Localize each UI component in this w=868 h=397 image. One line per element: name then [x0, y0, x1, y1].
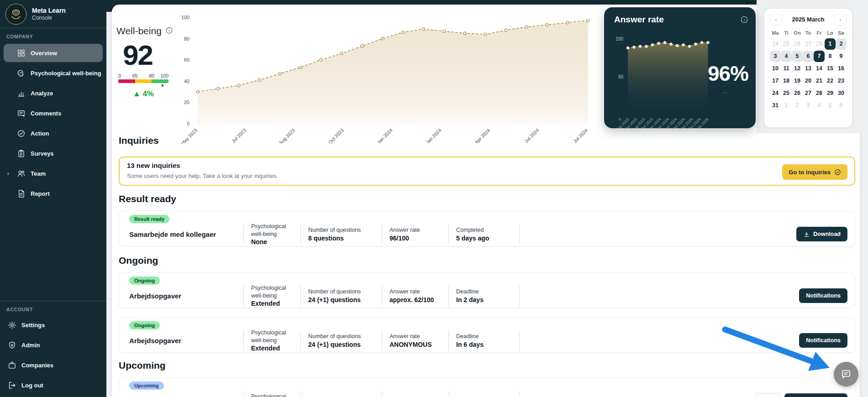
- calendar-day[interactable]: 26: [792, 38, 803, 50]
- sidebar-item-admin[interactable]: Admin: [4, 336, 103, 354]
- sidebar-item-label: Report: [31, 190, 50, 197]
- sidebar-item-log-out[interactable]: Log out: [4, 376, 103, 394]
- calendar-day[interactable]: 28: [814, 88, 825, 99]
- sidebar-item-label: Settings: [21, 322, 45, 329]
- calendar-day[interactable]: 23: [836, 75, 847, 87]
- column-label: Psychological well-being: [251, 284, 293, 299]
- calendar-next-button[interactable]: ›: [834, 13, 847, 26]
- calendar-day[interactable]: 25: [781, 88, 792, 99]
- chevron-right-icon[interactable]: ›: [7, 171, 9, 176]
- calendar-day[interactable]: 1: [781, 100, 792, 111]
- calendar-day[interactable]: 4: [814, 100, 825, 111]
- calendar-day[interactable]: 27: [803, 38, 814, 50]
- ongoing-heading: Ongoing: [119, 255, 158, 266]
- go-to-inquiries-button[interactable]: Go to inquiries: [782, 164, 847, 180]
- calendar-day[interactable]: 3: [803, 100, 814, 111]
- download-icon: [803, 231, 810, 238]
- calendar-day[interactable]: 31: [770, 100, 781, 111]
- calendar-day[interactable]: 7: [814, 51, 825, 62]
- sidebar-item-analyze[interactable]: Analyze: [4, 84, 103, 102]
- calendar-day[interactable]: 18: [781, 75, 792, 87]
- column-label: Deadline: [456, 288, 512, 295]
- wellbeing-title: Well-being: [116, 26, 162, 37]
- calendar-day[interactable]: 24: [770, 38, 781, 50]
- notifications-button[interactable]: Notifications: [799, 288, 847, 303]
- calendar-day[interactable]: 2: [792, 100, 803, 111]
- calendar-day[interactable]: 6: [836, 100, 847, 111]
- calendar-day[interactable]: 3: [770, 51, 781, 62]
- svg-text:20: 20: [184, 99, 189, 105]
- column-value: In 2 days: [456, 296, 512, 303]
- calendar-day[interactable]: 30: [836, 88, 847, 99]
- calendar-day[interactable]: 17: [770, 75, 781, 87]
- chat-button[interactable]: [834, 362, 858, 387]
- sidebar-divider: [0, 28, 106, 28]
- column-value: approx. 62/100: [389, 296, 441, 303]
- calendar-day[interactable]: 10: [770, 63, 781, 74]
- calendar-day[interactable]: 4: [781, 51, 792, 62]
- calendar-day[interactable]: 5: [825, 100, 836, 111]
- calendar-day[interactable]: 1: [825, 38, 836, 50]
- the-questionnaire-button[interactable]: The questionnaire: [784, 393, 847, 397]
- calendar-day[interactable]: 28: [814, 38, 825, 50]
- sidebar-item-overview[interactable]: Overview: [4, 44, 103, 62]
- calendar-day[interactable]: 6: [803, 51, 814, 62]
- calendar-day[interactable]: 20: [803, 75, 814, 87]
- scale-tick: 100: [160, 73, 168, 78]
- sidebar-item-action[interactable]: Action: [4, 124, 103, 142]
- sidebar-item-label: Log out: [21, 382, 43, 389]
- svg-text:100: 100: [615, 37, 623, 42]
- calendar-day[interactable]: 8: [825, 51, 836, 62]
- sidebar-item-companies[interactable]: Companies: [4, 356, 103, 374]
- calendar-day[interactable]: 22: [825, 75, 836, 87]
- head-chat-icon: [16, 68, 26, 78]
- download-button[interactable]: Download: [796, 227, 847, 241]
- survey-col-answer-rate: Answer rate96/100: [382, 226, 448, 241]
- column-value: 24 (+1) questions: [308, 341, 374, 348]
- inquiries-title: 13 new inquiries: [127, 162, 180, 169]
- sidebar-item-label: Companies: [21, 362, 53, 369]
- svg-text:Jan 2024: Jan 2024: [425, 127, 442, 143]
- calendar-day[interactable]: 29: [825, 88, 836, 99]
- answer-rate-card: Answer rate 100500May 2023Jul 2023Aug 20…: [604, 7, 756, 128]
- calendar-day[interactable]: 2: [836, 38, 847, 50]
- sidebar-item-surveys[interactable]: Surveys: [4, 144, 103, 162]
- button-label: Download: [813, 231, 841, 237]
- calendar-day[interactable]: 24: [770, 88, 781, 99]
- calendar-grid: MaTiOnToFrLøSø24252627281234567891011121…: [770, 28, 847, 111]
- svg-text:Jan 2024: Jan 2024: [376, 127, 394, 143]
- calendar-day[interactable]: 26: [792, 88, 803, 99]
- calendar-day[interactable]: 9: [836, 51, 847, 62]
- sidebar-item-comments[interactable]: Comments: [4, 104, 103, 122]
- calendar-day-header: Lø: [825, 28, 836, 37]
- calendar-day[interactable]: 14: [814, 63, 825, 74]
- calendar-day[interactable]: 19: [792, 75, 803, 87]
- app-logo-row: Meta Learn Console: [5, 4, 66, 25]
- column-divider: [300, 391, 301, 397]
- svg-text:40: 40: [184, 78, 189, 84]
- calendar-day[interactable]: 15: [825, 63, 836, 74]
- inquiries-heading: Inquiries: [119, 135, 159, 146]
- notifications-button[interactable]: Notifications: [799, 333, 847, 348]
- calendar-day[interactable]: 5: [792, 51, 803, 62]
- column-divider: [448, 391, 449, 397]
- survey-col-deadline: DeadlineIn 2 days: [449, 288, 519, 303]
- calendar-day[interactable]: 13: [803, 63, 814, 74]
- sidebar-divider-2: [0, 301, 106, 301]
- sidebar-item-report[interactable]: Report: [4, 184, 103, 203]
- calendar-day[interactable]: 11: [781, 63, 792, 74]
- edit-button[interactable]: Edit: [756, 393, 781, 397]
- calendar-day[interactable]: 16: [836, 63, 847, 74]
- calendar-day[interactable]: 25: [781, 38, 792, 50]
- calendar-prev-button[interactable]: ‹: [770, 13, 782, 26]
- svg-text:Jul 2024: Jul 2024: [523, 127, 540, 143]
- sidebar-item-team[interactable]: ›Team: [4, 164, 103, 183]
- sidebar-item-settings[interactable]: Settings: [4, 316, 103, 334]
- sidebar-item-psychological-well-being[interactable]: Psychological well-being: [4, 64, 103, 82]
- svg-text:Aug 2023: Aug 2023: [278, 127, 296, 143]
- calendar-day[interactable]: 27: [803, 88, 814, 99]
- app-title: Meta Learn: [32, 7, 66, 15]
- calendar-day[interactable]: 21: [814, 75, 825, 87]
- calendar-day[interactable]: 12: [792, 63, 803, 74]
- survey-card-samarbejde-med-kollegaer: Result readySamarbejde med kollegaerPsyc…: [119, 211, 855, 246]
